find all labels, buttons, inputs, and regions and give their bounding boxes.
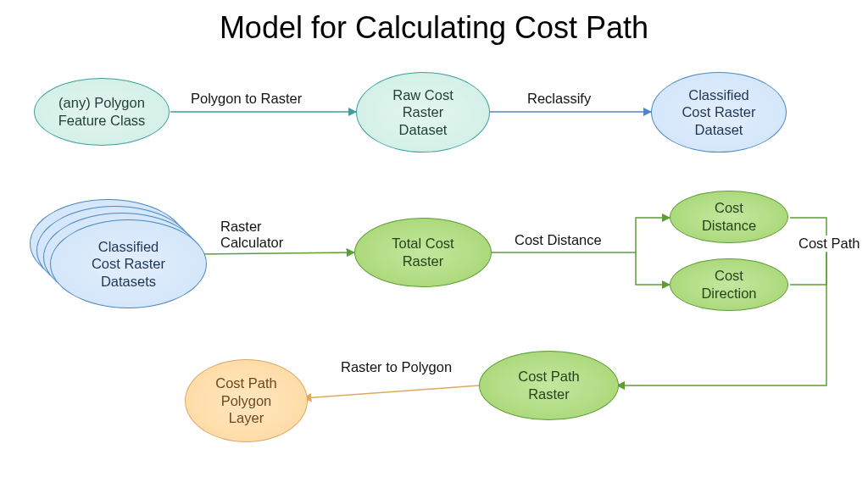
node-total-cost-raster: Total CostRaster [354, 218, 492, 287]
edge-label-polygon-to-raster: Polygon to Raster [189, 91, 303, 107]
node-cost-distance: CostDistance [670, 191, 788, 243]
node-label: (any) PolygonFeature Class [53, 94, 151, 129]
node-classified-cost-raster: ClassifiedCost RasterDataset [651, 72, 787, 152]
node-cost-path-raster: Cost PathRaster [479, 351, 619, 420]
svg-line-3 [303, 385, 479, 398]
node-label: Total CostRaster [387, 235, 459, 269]
node-label: CostDistance [697, 199, 761, 234]
node-label: ClassifiedCost RasterDatasets [86, 238, 170, 291]
node-raw-cost-raster: Raw CostRasterDataset [356, 72, 490, 152]
edge-label-reclassify: Reclassify [526, 91, 593, 107]
node-label: Cost PathRaster [513, 368, 584, 402]
node-polygon-feature-class: (any) PolygonFeature Class [34, 78, 170, 146]
node-label: Raw CostRasterDataset [387, 86, 459, 139]
node-classified-cost-rasters-stack: ClassifiedCost RasterDatasets [50, 219, 207, 308]
edge-label-raster-calculator: RasterCalculator [219, 219, 285, 251]
node-cost-path-polygon-layer: Cost PathPolygonLayer [185, 359, 308, 442]
edge-label-raster-to-polygon: Raster to Polygon [339, 359, 453, 375]
edge-label-cost-distance: Cost Distance [513, 232, 604, 248]
edge-label-cost-path: Cost Path [797, 236, 861, 252]
svg-line-2 [191, 252, 354, 254]
node-label: Cost PathPolygonLayer [210, 374, 281, 427]
node-label: ClassifiedCost RasterDataset [676, 86, 760, 139]
node-cost-direction: CostDirection [670, 258, 788, 311]
node-label: CostDirection [696, 267, 761, 302]
